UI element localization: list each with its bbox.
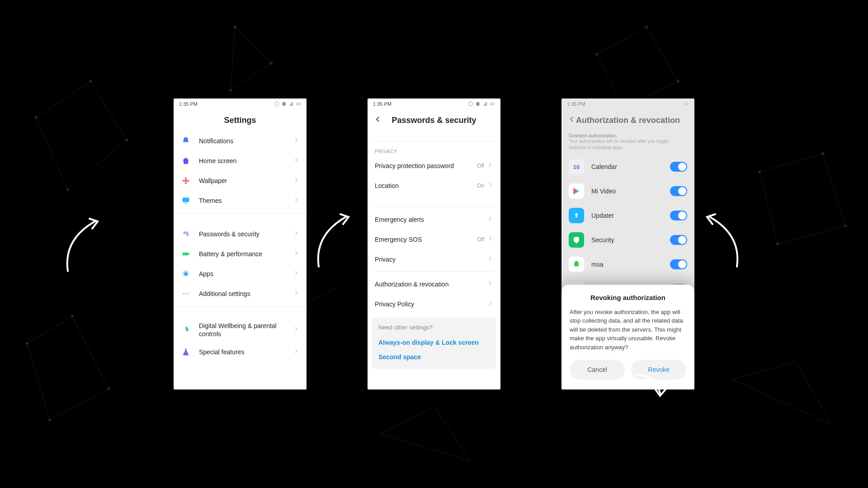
chevron-right-icon	[487, 280, 493, 288]
svg-rect-21	[297, 103, 300, 105]
app-icon	[569, 232, 591, 248]
chevron-right-icon	[487, 235, 493, 244]
flow-arrow-3	[696, 208, 746, 273]
chevron-right-icon	[293, 157, 299, 165]
svg-point-35	[187, 293, 189, 295]
dialog-title: Revoking authorization	[570, 294, 686, 301]
app-icon	[569, 257, 591, 272]
app-icon	[569, 183, 591, 199]
hint-block: Granted authorization Your authorization…	[561, 131, 694, 155]
chevron-right-icon	[293, 348, 299, 356]
svg-point-7	[48, 419, 51, 422]
settings-item-label: Themes	[199, 197, 293, 204]
settings-item-dots[interactable]: Additional settings	[174, 284, 307, 304]
svg-point-4	[26, 342, 28, 345]
app-toggle[interactable]	[670, 259, 687, 269]
chevron-right-icon	[293, 177, 299, 185]
svg-rect-28	[183, 197, 189, 202]
row-value: Off	[477, 236, 484, 243]
security-row[interactable]: Emergency alerts	[368, 210, 500, 230]
suggestion-link[interactable]: Always-on display & Lock screen	[378, 335, 490, 350]
svg-rect-39	[494, 103, 495, 104]
app-row: 16 Calendar	[561, 155, 694, 179]
app-toggle[interactable]	[670, 235, 687, 245]
settings-item-label: Notifications	[199, 137, 293, 145]
bell-icon	[181, 136, 191, 146]
header: Settings	[174, 109, 307, 131]
settings-item-flower[interactable]: Wallpaper	[174, 171, 307, 191]
status-icons	[684, 101, 689, 107]
dnd-icon	[468, 101, 473, 107]
battery-icon	[181, 249, 191, 259]
svg-rect-20	[283, 102, 286, 106]
row-value: Off	[477, 163, 484, 169]
app-icon: 16	[569, 159, 591, 174]
svg-point-8	[234, 26, 236, 28]
app-row: msa	[561, 252, 694, 277]
svg-point-24	[185, 178, 187, 180]
finger-icon	[181, 229, 191, 239]
security-row[interactable]: Privacy	[368, 249, 500, 269]
back-button[interactable]	[568, 115, 576, 126]
security-row[interactable]: Privacy protection password Off	[368, 156, 500, 176]
security-row[interactable]: Location On	[368, 176, 500, 196]
svg-point-34	[185, 293, 187, 295]
svg-point-5	[71, 315, 74, 318]
security-row[interactable]: Emergency SOS Off	[368, 230, 500, 249]
app-toggle[interactable]	[670, 211, 687, 221]
svg-rect-22	[300, 103, 301, 104]
svg-point-6	[107, 387, 110, 390]
settings-item-monitor[interactable]: Themes	[174, 191, 307, 211]
chevron-right-icon	[293, 197, 299, 205]
security-row[interactable]: Privacy Policy	[368, 294, 500, 314]
row-label: Location	[375, 182, 477, 189]
suggestion-link[interactable]: Second space	[378, 350, 490, 364]
chevron-right-icon	[487, 255, 493, 263]
settings-item-bell[interactable]: Notifications	[174, 131, 307, 151]
battery-icon	[296, 101, 301, 107]
status-bar: 1:35 PM	[368, 99, 500, 109]
suggestion-card: Need other settings? Always-on display &…	[372, 318, 496, 369]
settings-item-leaf[interactable]: Digital Wellbeing & parental controls	[174, 317, 307, 343]
svg-point-42	[577, 262, 578, 263]
svg-point-9	[270, 62, 273, 65]
phone-authorization: 1:35 PM Authorization & revocation Grant…	[561, 99, 694, 389]
app-icon	[569, 208, 591, 223]
settings-item-battery[interactable]: Battery & performance	[174, 244, 307, 264]
svg-point-15	[758, 170, 761, 173]
row-label: Emergency alerts	[375, 216, 487, 223]
app-toggle[interactable]	[670, 186, 687, 196]
back-button[interactable]	[374, 115, 382, 126]
clock: 1:35 PM	[567, 101, 585, 107]
cancel-button[interactable]: Cancel	[570, 360, 625, 380]
chevron-right-icon	[293, 270, 299, 278]
page-title: Settings	[224, 116, 256, 125]
svg-point-19	[275, 102, 279, 106]
page-title: Passwords & security	[392, 116, 476, 125]
security-row[interactable]: Authorization & revocation	[368, 274, 500, 294]
row-label: Authorization & revocation	[375, 281, 487, 288]
section-privacy-label: PRIVACY	[368, 144, 500, 156]
svg-rect-30	[183, 253, 189, 256]
app-toggle[interactable]	[670, 162, 687, 172]
leaf-icon	[181, 325, 191, 335]
settings-item-home[interactable]: Home screen	[174, 151, 307, 171]
chevron-right-icon	[293, 250, 299, 258]
hint-title: Granted authorization	[569, 133, 687, 138]
sim-icon	[281, 101, 287, 107]
row-label: Privacy Policy	[375, 300, 487, 308]
settings-item-gear[interactable]: Apps	[174, 264, 307, 284]
settings-item-flask[interactable]: Special features	[174, 343, 307, 361]
chevron-right-icon	[293, 290, 299, 298]
revoke-button[interactable]: Revoke	[631, 360, 686, 380]
svg-point-18	[776, 243, 779, 245]
status-icons	[274, 101, 301, 107]
sim-icon	[475, 101, 481, 107]
settings-item-label: Battery & performance	[199, 250, 293, 258]
settings-item-finger[interactable]: Passwords & security	[174, 224, 307, 244]
dialog-body: After you revoke authorization, the app …	[570, 308, 686, 352]
settings-item-label: Additional settings	[199, 290, 293, 297]
row-value: On	[477, 183, 484, 189]
settings-item-label: Home screen	[199, 157, 293, 164]
chevron-right-icon	[487, 162, 493, 170]
